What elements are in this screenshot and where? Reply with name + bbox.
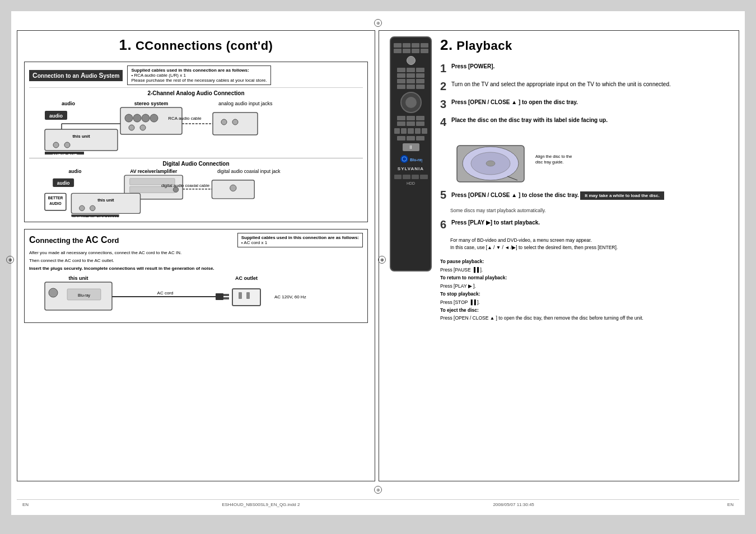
step-2: 2 Turn on the TV and select the appropri… — [440, 81, 731, 92]
step-3: 3 Press [OPEN / CLOSE ▲ ] to open the di… — [440, 99, 731, 110]
step-6-num: 6 — [440, 219, 449, 230]
align-label: Align the disc to the disc tray guide. — [535, 154, 580, 166]
step-5-num: 5 — [440, 189, 449, 200]
svg-rect-55 — [223, 294, 229, 296]
svg-text:audio: audio — [49, 113, 63, 119]
step-1: 1 Press [POWER]. — [440, 63, 731, 74]
digital-diagram: AV receiver/amplifier audio digital audi… — [29, 167, 363, 217]
svg-point-6 — [142, 114, 150, 122]
svg-text:analog audio input jacks: analog audio input jacks — [218, 101, 273, 106]
ac-cord-section: Connecting the AC Cord Supplied cables u… — [24, 229, 368, 323]
eject-text: Press [OPEN / CLOSE ▲ ] to open the disc… — [440, 314, 731, 322]
digital-section-title: Digital Audio Connection — [29, 158, 363, 167]
left-panel: ⊕ ⊕ 1. CConnections (cont'd) Connection … — [17, 30, 375, 481]
ac-supplied-cables-title: Supplied cables used in this connection … — [241, 235, 359, 240]
step-4: 4 Place the disc on the disc tray with i… — [440, 116, 731, 128]
svg-text:DIGITAL OUT (COAXIAL): DIGITAL OUT (COAXIAL) — [71, 216, 120, 217]
svg-text:RCA audio cable: RCA audio cable — [168, 116, 202, 121]
svg-point-68 — [486, 161, 495, 166]
svg-text:stereo system: stereo system — [134, 101, 169, 106]
svg-point-4 — [125, 114, 133, 122]
svg-text:this unit: this unit — [69, 275, 88, 281]
svg-text:AUDIO OUT: AUDIO OUT — [52, 153, 77, 154]
supplied-cables-note: Please purchase the rest of the necessar… — [131, 78, 267, 83]
step-3-num: 3 — [440, 99, 449, 110]
ac-supplied-cables-box: Supplied cables used in this connection … — [237, 233, 363, 247]
svg-rect-59 — [239, 292, 242, 299]
svg-point-8 — [129, 125, 134, 130]
svg-point-44 — [90, 205, 95, 210]
step6-detail2: In this case, use [▲ / ▼ / ◄ /▶] to sele… — [450, 244, 731, 251]
svg-text:audio: audio — [62, 101, 76, 106]
connection-box-header: Connection to an Audio System Supplied c… — [29, 65, 363, 85]
svg-text:AV receiver/amplifier: AV receiver/amplifier — [130, 168, 178, 174]
analog-section-title: 2-Channel Analog Audio Connection — [29, 87, 363, 96]
svg-point-13 — [232, 119, 238, 125]
step-5: 5 Press [OPEN / CLOSE ▲ ] to close the d… — [440, 189, 731, 201]
svg-text:digital audio coaxial input ja: digital audio coaxial input jack — [217, 168, 281, 174]
svg-text:AC outlet: AC outlet — [235, 275, 258, 281]
left-section-title: 1. CConnections (cont'd) — [24, 36, 368, 54]
normal-label: To return to normal playback: — [440, 275, 507, 280]
step-1-num: 1 — [440, 63, 449, 74]
svg-text:AC cord: AC cord — [157, 291, 174, 296]
svg-point-19 — [53, 142, 59, 148]
ac-description1: After you made all necessary connections… — [29, 250, 363, 256]
supplied-cables-item: • RCA audio cable (L/R) x 1 — [131, 73, 267, 78]
stop-label: To stop playback: — [440, 291, 480, 297]
step-3-text: Press [OPEN / CLOSE ▲ ] to open the disc… — [451, 99, 578, 106]
svg-point-9 — [140, 125, 146, 130]
svg-rect-54 — [216, 293, 223, 300]
svg-text:audio: audio — [57, 180, 70, 186]
ac-supplied-cables-item: • AC cord x 1 — [241, 240, 359, 245]
footer-date: 2008/05/07 11:30:45 — [493, 502, 534, 507]
svg-point-7 — [150, 114, 158, 122]
registration-mark-right: ⊕ — [378, 256, 386, 264]
remote-area: ⏸ Blu-ray SYLVANIA — [387, 36, 435, 475]
step-1-text: Press [POWER]. — [451, 63, 494, 71]
normal-text: Press [PLAY ▶ ]. — [440, 282, 731, 290]
page-footer: EN ESH4OUD_NBS00SL9_EN_QG.indd 2 2008/05… — [17, 499, 739, 509]
ac-header: Connecting the AC Cord Supplied cables u… — [29, 233, 363, 247]
footer-file-name: ESH4OUD_NBS00SL9_EN_QG.indd 2 — [222, 502, 300, 507]
svg-text:Blu-ray: Blu-ray — [78, 293, 91, 298]
step-4-num: 4 — [440, 116, 449, 128]
svg-text:AC 120V, 60 Hz: AC 120V, 60 Hz — [274, 294, 306, 299]
playback-content: 2. Playback 1 Press [POWER]. 2 Turn on t… — [440, 36, 731, 475]
supplied-cables-title: Supplied cables used in this connection … — [131, 68, 267, 73]
svg-text:this unit: this unit — [72, 134, 90, 139]
pause-text: Press [PAUSE ▐▐ ]. — [440, 266, 731, 274]
registration-mark-top: ⊕ — [374, 19, 382, 27]
svg-text:this unit: this unit — [97, 198, 114, 203]
svg-point-12 — [221, 119, 227, 125]
svg-rect-60 — [246, 292, 250, 299]
remote-brand-label: SYLVANIA — [398, 166, 424, 171]
footer-right-lang: EN — [727, 502, 734, 507]
remote-logo: Blu-ray — [400, 154, 422, 165]
ac-cord-diagram: this unit AC outlet Blu-ray AC cord — [29, 273, 363, 318]
svg-point-20 — [64, 142, 70, 148]
svg-text:AUDIO: AUDIO — [49, 202, 61, 205]
ac-title: Connecting the AC Cord — [29, 235, 119, 245]
svg-point-43 — [80, 205, 85, 210]
step-6: 6 Press [PLAY ▶] to start playback. — [440, 219, 731, 230]
right-section-title: 2. Playback — [440, 36, 731, 54]
svg-point-5 — [133, 114, 141, 122]
eject-label: To eject the disc: — [440, 307, 479, 313]
svg-rect-56 — [223, 297, 229, 299]
svg-text:BETTER: BETTER — [48, 196, 63, 200]
supplied-cables-box-top: Supplied cables used in this connection … — [127, 65, 270, 85]
svg-text:digital audio coaxial cable: digital audio coaxial cable — [161, 183, 209, 188]
step-5-text: Press [OPEN / CLOSE ▲ ] to close the dis… — [451, 192, 579, 198]
footer-left-lang: EN — [22, 502, 29, 507]
svg-text:Blu-ray: Blu-ray — [410, 158, 422, 162]
svg-text:audio: audio — [69, 168, 82, 174]
registration-mark-bottom: ⊕ — [374, 486, 382, 494]
step-6-text: Press [PLAY ▶] to start playback. — [451, 219, 540, 226]
section-title-text: Connections (cont'd) — [144, 39, 273, 53]
remote-control: ⏸ Blu-ray SYLVANIA — [390, 36, 432, 271]
step-2-text: Turn on the TV and select the appropriat… — [451, 81, 671, 88]
playback-tips: To pause playback: Press [PAUSE ▐▐ ]. To… — [440, 257, 731, 322]
step-2-num: 2 — [440, 81, 449, 92]
disc-tray-svg — [451, 134, 530, 185]
